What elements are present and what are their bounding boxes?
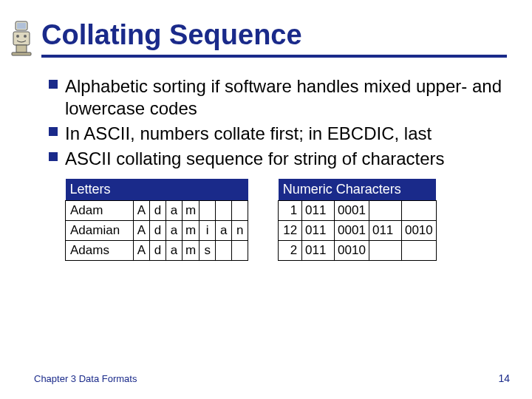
bullet-item: ASCII collating sequence for string of c… <box>49 148 507 170</box>
char-cell: m <box>183 220 200 240</box>
table-row: 1 011 0001 <box>279 200 437 220</box>
char-cell: A <box>134 220 150 240</box>
numeric-header: Numeric Characters <box>279 179 437 201</box>
char-cell: d <box>150 240 166 260</box>
numeric-table: Numeric Characters 1 011 0001 12 011 000… <box>278 179 437 261</box>
letters-table: Letters Adam A d a m Adamian A d a m i a… <box>65 179 248 261</box>
char-cell <box>200 200 216 220</box>
svg-point-4 <box>24 35 27 38</box>
letters-header: Letters <box>66 179 248 201</box>
svg-rect-6 <box>12 52 31 55</box>
page-number: 14 <box>498 372 510 384</box>
bits-cell: 0010 <box>401 220 436 240</box>
bullet-marker <box>49 152 58 161</box>
table-row: 12 011 0001 011 0010 <box>279 220 437 240</box>
bullet-marker <box>49 80 58 89</box>
bits-cell <box>401 200 436 220</box>
slide-container: Collating Sequence Alphabetic sorting if… <box>0 0 532 399</box>
table-row: Adams A d a m s <box>66 240 248 260</box>
table-row: Adam A d a m <box>66 200 248 220</box>
char-cell: d <box>150 200 166 220</box>
bullet-marker <box>49 127 58 136</box>
char-cell: n <box>232 220 248 240</box>
name-cell: Adam <box>66 200 134 220</box>
char-cell: A <box>134 200 150 220</box>
name-cell: Adamian <box>66 220 134 240</box>
bullet-item: Alphabetic sorting if software handles m… <box>49 75 507 120</box>
bits-cell <box>369 200 401 220</box>
char-cell: m <box>183 240 200 260</box>
table-row: 2 011 0010 <box>279 240 437 260</box>
bits-cell <box>369 240 401 260</box>
bits-cell: 0010 <box>335 240 369 260</box>
computer-clipart-icon <box>9 19 34 56</box>
char-cell: a <box>166 240 183 260</box>
svg-point-3 <box>16 35 19 38</box>
svg-rect-5 <box>16 45 27 52</box>
char-cell: a <box>216 220 232 240</box>
bullet-item: In ASCII, numbers collate first; in EBCD… <box>49 123 507 145</box>
char-cell: a <box>166 220 183 240</box>
char-cell: A <box>134 240 150 260</box>
char-cell: d <box>150 220 166 240</box>
svg-rect-1 <box>17 23 26 29</box>
bits-cell: 011 <box>369 220 401 240</box>
bullet-text: Alphabetic sorting if software handles m… <box>65 76 502 118</box>
bullet-list: Alphabetic sorting if software handles m… <box>49 75 507 170</box>
char-cell <box>232 240 248 260</box>
bits-cell: 011 <box>302 200 335 220</box>
char-cell: s <box>200 240 216 260</box>
slide-title: Collating Sequence <box>41 21 507 50</box>
num-cell: 1 <box>279 200 302 220</box>
char-cell: i <box>200 220 216 240</box>
bits-cell: 0001 <box>335 200 369 220</box>
bits-cell: 011 <box>302 240 335 260</box>
bits-cell: 011 <box>302 220 335 240</box>
name-cell: Adams <box>66 240 134 260</box>
footer-text: Chapter 3 Data Formats <box>34 373 137 384</box>
svg-rect-2 <box>13 32 30 45</box>
num-cell: 12 <box>279 220 302 240</box>
table-row: Adamian A d a m i a n <box>66 220 248 240</box>
char-cell <box>216 240 232 260</box>
bullet-text: In ASCII, numbers collate first; in EBCD… <box>65 123 432 143</box>
tables-row: Letters Adam A d a m Adamian A d a m i a… <box>65 179 507 261</box>
char-cell <box>216 200 232 220</box>
bits-cell <box>401 240 436 260</box>
title-underline <box>41 55 507 58</box>
num-cell: 2 <box>279 240 302 260</box>
bits-cell: 0001 <box>335 220 369 240</box>
char-cell <box>232 200 248 220</box>
bullet-text: ASCII collating sequence for string of c… <box>65 149 445 168</box>
char-cell: a <box>166 200 183 220</box>
char-cell: m <box>183 200 200 220</box>
